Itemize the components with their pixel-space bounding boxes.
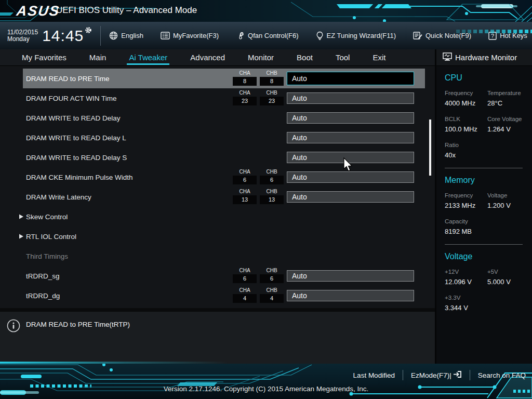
hardware-monitor-sections: CPUFrequency4000 MHzTemperature28°CBCLK1… [436,66,532,312]
tab-exit[interactable]: Exit [361,49,397,65]
version-text: Version 2.17.1246. Copyright (C) 2015 Am… [0,385,532,393]
setting-row-trdrd-dg: tRDRD_dgCHA4CHB4Auto [19,286,425,305]
tab-ai-tweaker[interactable]: Ai Tweaker [117,49,179,65]
monitor-icon [443,52,452,63]
setting-value: Auto [287,72,414,85]
tab-monitor[interactable]: Monitor [236,49,285,65]
submenu-arrow-icon [19,234,24,239]
setting-value-dropdown[interactable]: Auto [287,290,414,301]
tab-advanced[interactable]: Advanced [179,49,236,65]
bulb-icon [316,31,324,40]
last-modified-button[interactable]: Last Modified [353,371,395,379]
gear-icon[interactable] [85,26,92,36]
section-header-row: Third Timings [19,246,425,266]
setting-label: DRAM WRITE to READ Delay S [26,154,127,162]
channel-chb-value: 6 [260,176,284,184]
channel-cha-readout: CHA8 [233,70,257,86]
channel-chb-value: 6 [260,274,284,283]
channel-chb-value: 13 [260,195,284,204]
scrollbar-thumb[interactable] [429,119,431,176]
setting-value-dropdown[interactable]: Auto [287,171,414,183]
workspace: My FavoritesMainAi TweakerAdvancedMonito… [0,49,532,364]
channel-chb-readout: CHB4 [260,287,284,303]
menubar-item-qfan-control[interactable]: Qfan Control(F6) [236,31,299,40]
setting-value-dropdown[interactable]: Auto [287,112,414,124]
channel-cha-readout: CHA6 [233,268,257,283]
help-info-bar: DRAM READ to PRE Time(tRTP) [0,308,435,364]
time-value[interactable]: 14:45 [42,27,84,45]
dotted-accent-line [456,30,532,33]
setting-row-dram-cke-minimum-pulse-width: DRAM CKE Minimum Pulse WidthCHA6CHB6Auto [19,167,425,187]
asus-logo: ASUS [16,3,61,19]
help-text: DRAM READ to PRE Time(tRTP) [26,321,130,328]
hw-metric--3-3v: +3.3V3.344 V [445,295,487,312]
hw-metric-frequency: Frequency2133 MHz [445,192,487,209]
banner-right-decoration [291,0,532,22]
menubar-item-my-favorite[interactable]: MyFavorite(F3) [161,32,219,39]
setting-value-dropdown[interactable]: Auto [287,132,414,143]
hw-metric-frequency: Frequency4000 MHz [445,90,487,107]
submenu-arrow-icon [19,214,24,219]
hw-section-cpu: CPUFrequency4000 MHzTemperature28°CBCLK1… [445,73,532,159]
tab-tool[interactable]: Tool [324,49,362,65]
channel-cha-readout: CHA13 [233,189,257,204]
channel-cha-value: 13 [233,195,257,204]
setting-value: Auto [287,290,414,301]
setting-value: Auto [287,132,414,143]
channel-cha-value: 23 [233,97,257,105]
hw-section-title: Voltage [445,252,532,261]
day-value: Monday [7,36,38,43]
hw-metric-temperature: Temperature28°C [487,90,521,107]
setting-value: Auto [287,113,414,123]
submenu-row-skew-control[interactable]: Skew Control [19,207,425,227]
menubar-item-language[interactable]: English [109,31,143,40]
setting-value-dropdown[interactable]: Auto [287,92,414,104]
setting-value: Auto [287,271,414,281]
menubar-item-label: Qfan Control(F6) [248,32,299,39]
hw-section-memory: MemoryFrequency2133 MHzVoltage1.200 VCap… [445,176,532,235]
hw-metric-ratio: Ratio40x [445,142,487,159]
hw-metric--5v: +5V5.000 V [487,269,511,286]
hardware-monitor-title: Hardware Monitor [455,53,517,62]
setting-label: tRDRD_sg [26,272,60,280]
channel-chb-readout: CHB13 [260,189,284,204]
channel-chb-value: 4 [260,294,284,303]
setting-row-dram-write-to-read-delay-l: DRAM WRITE to READ Delay LAuto [19,128,425,148]
setting-value-dropdown[interactable]: Auto [287,72,414,85]
tab-boot[interactable]: Boot [285,49,324,65]
setting-row-dram-write-to-read-delay-s: DRAM WRITE to READ Delay SAuto [19,148,425,167]
note-icon [413,32,422,40]
submenu-row-rtl-iol-control[interactable]: RTL IOL Control [19,227,425,246]
hw-metric-voltage: Voltage1.200 V [487,192,511,209]
menubar-item-label: EZ Tuning Wizard(F11) [327,32,396,39]
menubar-item-label: MyFavorite(F3) [173,32,219,39]
hw-metric-core-voltage: Core Voltage1.264 V [487,116,522,133]
setting-value: Auto [287,172,414,182]
uefi-bios-screen: { "colors": { "accent": "#2bc7e0", "row_… [0,0,532,399]
date-label: 11/02/2015 Monday [7,29,38,43]
footer-separator [470,370,470,380]
tab-main[interactable]: Main [78,49,118,65]
ezmode-button[interactable]: EzMode(F7)| [411,370,462,380]
setting-value: Auto [287,93,414,103]
hw-section-title: CPU [445,73,532,83]
setting-label: tRDRD_dg [26,292,60,300]
main-column: My FavoritesMainAi TweakerAdvancedMonito… [0,49,435,364]
setting-value-dropdown[interactable]: Auto [287,152,414,163]
channel-cha-value: 6 [233,176,257,184]
channel-chb-readout: CHB6 [260,268,284,283]
tab-my-favorites[interactable]: My Favorites [10,49,78,65]
favorites-icon [161,32,170,39]
setting-value-dropdown[interactable]: Auto [287,191,414,203]
setting-row-dram-four-act-win-time: DRAM FOUR ACT WIN TimeCHA23CHB23Auto [19,88,425,108]
hw-section-divider [445,244,523,245]
hw-metric-capacity: Capacity8192 MB [445,218,487,235]
menu-separator [100,26,101,46]
setting-value-dropdown[interactable]: Auto [287,270,414,282]
date-value: 11/02/2015 [7,29,38,36]
setting-row-dram-read-to-pre-time: DRAM READ to PRE TimeCHA8CHB8Auto [19,69,425,88]
svg-text:?: ? [491,33,494,39]
menubar-item-ez-tuning-wizard[interactable]: EZ Tuning Wizard(F11) [316,31,396,40]
search-on-faq-button[interactable]: Search on FAQ [478,371,526,379]
section-label: Third Timings [26,252,68,260]
